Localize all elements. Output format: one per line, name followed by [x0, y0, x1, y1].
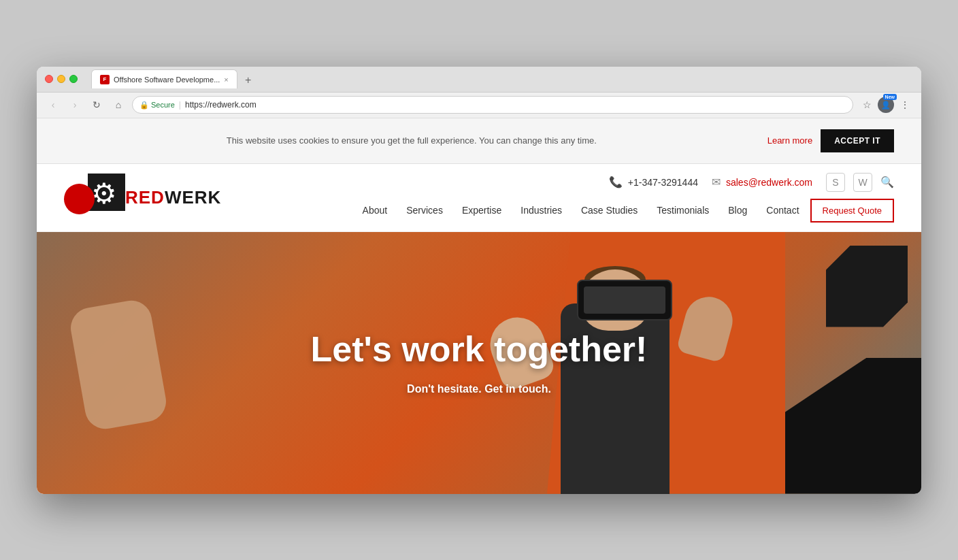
lock-icon: 🔒 — [139, 101, 149, 110]
logo-red-text: RED — [125, 187, 165, 208]
logo-bg-box: ⚙ — [88, 174, 125, 211]
hero-text: Let's work together! Don't hesitate. Get… — [311, 330, 648, 395]
nav-expertise[interactable]: Expertise — [454, 199, 510, 221]
tab-title: Offshore Software Developme... — [114, 76, 220, 84]
phone-number: +1-347-3291444 — [628, 177, 698, 188]
nav-services[interactable]: Services — [398, 199, 451, 221]
forward-button[interactable]: › — [67, 97, 83, 113]
nav-case-studies[interactable]: Case Studies — [573, 199, 646, 221]
tab-close-button[interactable]: × — [224, 76, 228, 84]
foreground-hand — [67, 297, 169, 431]
hero-subtitle: Don't hesitate. Get in touch. — [311, 383, 648, 395]
search-button[interactable]: 🔍 — [880, 176, 894, 188]
main-navigation: About Services Expertise Industries Case… — [354, 199, 894, 223]
nav-contact[interactable]: Contact — [758, 199, 807, 221]
nav-industries[interactable]: Industries — [512, 199, 570, 221]
tab-bar: F Offshore Software Developme... × + — [91, 69, 913, 88]
home-button[interactable]: ⌂ — [110, 97, 127, 113]
logo[interactable]: ⚙ REDWERK — [64, 174, 221, 221]
header-right: 📞 +1-347-3291444 ✉ sales@redwerk.com S W — [354, 173, 894, 223]
secure-badge: 🔒 Secure — [139, 101, 175, 110]
back-button[interactable]: ‹ — [45, 97, 61, 113]
email-link[interactable]: sales@redwerk.com — [726, 177, 812, 188]
request-quote-button[interactable]: Request Quote — [810, 199, 894, 223]
nav-about[interactable]: About — [354, 199, 396, 221]
reload-button[interactable]: ↻ — [88, 97, 105, 113]
profile-initial: 👤 — [881, 101, 891, 110]
hero-title: Let's work together! — [311, 330, 648, 369]
nav-blog[interactable]: Blog — [720, 199, 755, 221]
skype-icon[interactable]: S — [826, 173, 845, 192]
menu-button[interactable]: ⋮ — [897, 97, 913, 113]
browser-window: F Offshore Software Developme... × + ‹ ›… — [37, 67, 921, 494]
traffic-lights — [45, 75, 78, 83]
logo-text: REDWERK — [125, 187, 221, 208]
navigation-toolbar: ‹ › ↻ ⌂ 🔒 Secure | https://redwerk.com — [37, 93, 921, 118]
new-tab-button[interactable]: + — [240, 72, 257, 88]
cookie-banner: This website uses cookies to ensure you … — [37, 118, 921, 164]
whatsapp-icon[interactable]: W — [853, 173, 872, 192]
website-content: This website uses cookies to ensure you … — [37, 118, 921, 494]
address-bar[interactable]: 🔒 Secure | https://redwerk.com — [132, 96, 853, 114]
email-icon: ✉ — [712, 176, 721, 188]
browser-chrome: F Offshore Software Developme... × + ‹ ›… — [37, 67, 921, 118]
address-url: https://redwerk.com — [185, 100, 846, 110]
cookie-learn-more-link[interactable]: Learn more — [767, 135, 812, 146]
phone-icon: 📞 — [609, 176, 623, 188]
cookie-text: This website uses cookies to ensure you … — [64, 135, 759, 146]
close-window-button[interactable] — [45, 75, 53, 83]
social-icons: S W 🔍 — [826, 173, 894, 192]
bookmark-button[interactable]: ☆ — [859, 97, 875, 113]
contact-phone: 📞 +1-347-3291444 — [609, 176, 698, 188]
profile-avatar: 👤 New — [878, 97, 894, 113]
vr-headset — [577, 280, 672, 320]
dark-shape-right — [826, 246, 908, 327]
minimize-window-button[interactable] — [57, 75, 65, 83]
hero-section: Let's work together! Don't hesitate. Get… — [37, 232, 921, 494]
logo-graphic: ⚙ — [64, 174, 125, 221]
toolbar-actions: ☆ 👤 New ⋮ — [859, 97, 913, 113]
user-profile-icon[interactable]: 👤 New — [878, 97, 894, 113]
svg-text:⚙: ⚙ — [91, 178, 117, 210]
cookie-accept-button[interactable]: ACCEPT IT — [821, 129, 894, 152]
vr-screen — [584, 286, 665, 314]
logo-dark-text: WERK — [165, 187, 221, 208]
contact-email: ✉ sales@redwerk.com — [712, 176, 812, 188]
tab-favicon: F — [100, 75, 110, 84]
active-tab[interactable]: F Offshore Software Developme... × — [91, 69, 237, 88]
dark-shape-bottom-right — [785, 358, 921, 494]
titlebar: F Offshore Software Developme... × + — [37, 67, 921, 93]
logo-red-circle — [64, 184, 95, 214]
nav-testimonials[interactable]: Testimonials — [648, 199, 717, 221]
new-badge: New — [883, 94, 897, 100]
site-header: ⚙ REDWERK 📞 +1-347-3291444 — [37, 164, 921, 232]
maximize-window-button[interactable] — [69, 75, 78, 83]
contact-info: 📞 +1-347-3291444 ✉ sales@redwerk.com S W — [609, 173, 894, 192]
address-separator: | — [179, 100, 181, 110]
